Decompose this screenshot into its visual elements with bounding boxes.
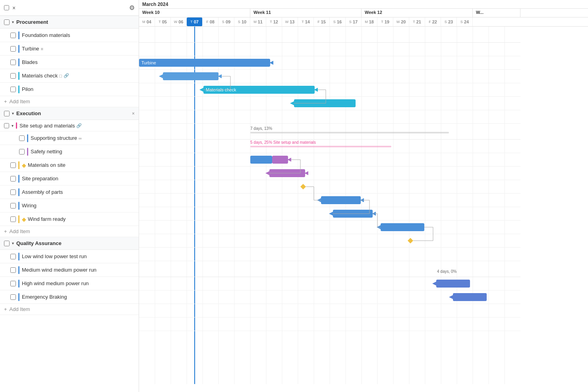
- add-item-execution[interactable]: + Add Item: [0, 226, 139, 237]
- subgroup-site-setup: ▾ Site setup and materials 🔗: [0, 120, 139, 131]
- support-bar2[interactable]: [272, 156, 288, 164]
- task-checkbox[interactable]: [10, 189, 16, 195]
- task-label: Supporting structure ∞: [31, 135, 135, 141]
- task-checkbox[interactable]: [10, 60, 16, 65]
- assembly-bar[interactable]: [333, 210, 373, 218]
- day-08: F08: [203, 17, 219, 26]
- grid-svg: Turbine bar blades: y=108 (center 125) -…: [139, 27, 520, 384]
- blades-arrow-right: [218, 74, 222, 78]
- gantt-header: March 2024 Week 10 Week 11 Week 12 W... …: [139, 0, 588, 27]
- task-checkbox[interactable]: [10, 281, 16, 286]
- infinity-icon: ∞: [79, 136, 82, 141]
- blades-bar[interactable]: [163, 72, 219, 80]
- mcheck-arrow-right: [314, 88, 318, 92]
- day-19: T19: [377, 17, 393, 26]
- task-checkbox[interactable]: [10, 73, 16, 79]
- task-medium-wind: Medium wind medium power run: [0, 263, 139, 277]
- siteprep-arrow-right: [360, 198, 364, 202]
- site-setup-range: [250, 146, 391, 147]
- task-checkbox[interactable]: [10, 33, 16, 38]
- task-label: Site preparation: [22, 176, 135, 182]
- day-20: W20: [393, 17, 409, 26]
- wind-farm-milestone[interactable]: [408, 238, 413, 243]
- exec-range-label: 7 days, 13%: [250, 126, 272, 131]
- group-execution[interactable]: ▾ Execution ×: [0, 107, 139, 120]
- add-item-qa[interactable]: + Add Item: [0, 304, 139, 315]
- wiring-bar[interactable]: [381, 223, 424, 231]
- support-bar1[interactable]: [250, 156, 272, 164]
- task-label: Assembly of parts: [22, 189, 135, 195]
- day-23: S23: [441, 17, 457, 26]
- procurement-checkbox[interactable]: [4, 19, 10, 25]
- add-item-procurement[interactable]: + Add Item: [0, 96, 139, 107]
- task-site-preparation: Site preparation: [0, 172, 139, 185]
- task-checkbox[interactable]: [10, 267, 16, 273]
- turbine-bar[interactable]: [139, 59, 270, 67]
- blades-arrow-left: [159, 74, 163, 78]
- day-06: W06: [171, 17, 187, 26]
- siteprep-bar[interactable]: [321, 196, 361, 204]
- close-icon[interactable]: ×: [12, 5, 15, 11]
- task-label: ◆ Materials on site: [22, 162, 135, 168]
- color-bar: [18, 202, 19, 210]
- task-checkbox[interactable]: [10, 162, 16, 168]
- list-icon: ≡: [41, 46, 43, 51]
- group-procurement[interactable]: ▾ Procurement: [0, 16, 139, 29]
- task-label: Medium wind medium power run: [22, 267, 135, 273]
- color-bar: [18, 215, 19, 223]
- task-checkbox[interactable]: [10, 203, 16, 209]
- mcheck-bar[interactable]: [203, 86, 315, 94]
- color-bar: [18, 266, 19, 274]
- month-row: March 2024: [139, 0, 588, 9]
- qa-checkbox[interactable]: [4, 241, 10, 246]
- task-label: Turbine ≡: [22, 46, 135, 52]
- left-panel: × ⚙ ▾ Procurement Foundation materials T…: [0, 0, 139, 392]
- lowwind-bar[interactable]: [436, 280, 470, 288]
- execution-checkbox[interactable]: [4, 111, 10, 116]
- task-checkbox[interactable]: [10, 87, 16, 92]
- color-bar: [27, 134, 28, 142]
- task-checkbox[interactable]: [19, 149, 25, 154]
- task-label: Emergency Braking: [22, 294, 135, 300]
- safety-bar[interactable]: [269, 169, 305, 177]
- add-item-label: Add Item: [10, 306, 30, 312]
- chevron-down-icon: ▾: [12, 20, 14, 24]
- group-quality-assurance[interactable]: ▾ Quality Assurance: [0, 237, 139, 250]
- color-bar: [18, 175, 19, 183]
- close-icon[interactable]: ×: [132, 111, 135, 116]
- top-checkbox[interactable]: [4, 5, 9, 10]
- week-13-label: W...: [473, 9, 520, 17]
- subgroup-checkbox[interactable]: [4, 123, 9, 128]
- day-15: F15: [314, 17, 330, 26]
- gear-icon[interactable]: ⚙: [129, 4, 135, 12]
- task-label: Wiring: [22, 203, 135, 209]
- task-wind-farm-ready: ◆ Wind farm ready: [0, 212, 139, 226]
- task-checkbox[interactable]: [19, 135, 25, 141]
- week-11-label: Week 11: [250, 9, 362, 17]
- day-17: S17: [346, 17, 362, 26]
- day-24: S24: [457, 17, 473, 26]
- task-checkbox[interactable]: [10, 254, 16, 259]
- pilon-bar[interactable]: [294, 99, 356, 107]
- task-safety-netting: Safety netting: [0, 145, 139, 158]
- month-label: March 2024: [139, 1, 171, 8]
- medwind-bar[interactable]: [453, 293, 487, 301]
- exec-range-bar: [250, 132, 449, 133]
- day-16: S16: [330, 17, 346, 26]
- task-checkbox[interactable]: [10, 46, 16, 52]
- lowwind-arrow-left: [432, 282, 436, 286]
- task-turbine: Turbine ≡: [0, 42, 139, 56]
- task-pilon: Pilon: [0, 83, 139, 96]
- color-bar: [18, 293, 19, 301]
- task-label: Materials check □ 🔗: [22, 73, 135, 79]
- materials-on-site-milestone[interactable]: [300, 184, 306, 189]
- task-checkbox[interactable]: [10, 176, 16, 182]
- color-bar: [18, 161, 19, 169]
- task-checkbox[interactable]: [10, 294, 16, 300]
- task-materials-check: Materials check □ 🔗: [0, 69, 139, 83]
- color-bar: [27, 148, 28, 156]
- support-arrow: [287, 158, 291, 162]
- turbine-arrow: [269, 61, 273, 65]
- plus-icon: +: [4, 228, 7, 234]
- task-checkbox[interactable]: [10, 216, 16, 222]
